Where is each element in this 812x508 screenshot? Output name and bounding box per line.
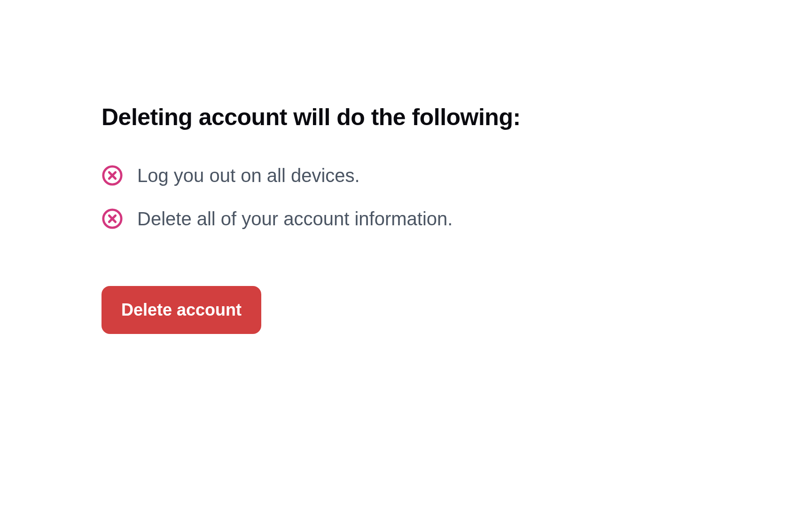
x-circle-icon — [102, 208, 123, 230]
list-item: Log you out on all devices. — [102, 165, 521, 186]
panel-heading: Deleting account will do the following: — [102, 103, 521, 131]
list-item-text: Delete all of your account information. — [137, 208, 453, 230]
x-circle-icon — [102, 165, 123, 186]
list-item-text: Log you out on all devices. — [137, 165, 360, 186]
delete-account-button[interactable]: Delete account — [102, 286, 261, 334]
delete-account-panel: Deleting account will do the following: … — [102, 103, 521, 334]
consequences-list: Log you out on all devices. Delete all o… — [102, 165, 521, 230]
list-item: Delete all of your account information. — [102, 208, 521, 230]
